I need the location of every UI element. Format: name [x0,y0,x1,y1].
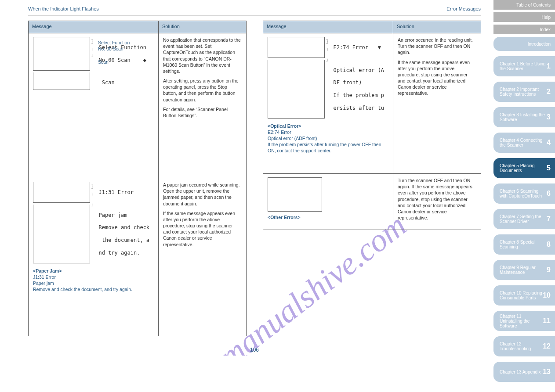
error-table-right: Message Solution E2:74 Error ▼ [263,21,481,230]
tab-ch10[interactable]: Chapter 10 Replacing Consumable Parts10 [493,285,555,306]
table-row: <Other Errors> Turn the scanner OFF and … [263,174,481,230]
header-right: Error Messages [446,6,481,11]
header-left: When the Indicator Light Flashes [28,6,99,11]
solution-text: If the same message appears even after y… [163,210,242,248]
msg-line: J1:31 Error [33,274,154,280]
lcd-line: ersists after tu [334,105,385,111]
tab-ch5-active[interactable]: Chapter 5 Placing Documents5 [493,158,555,178]
page-number: 106 [28,347,481,353]
solution-text: An error occurred in the reading unit. T… [398,37,476,56]
tab-toc[interactable]: Table of Contents [493,0,555,10]
chapter-tabs: Table of Contents Help Index Introductio… [493,0,555,387]
category-label: <Paper Jam> [33,268,154,274]
solution-text: Turn the scanner OFF and then ON again. … [398,177,476,221]
msg-line: Scan [98,59,130,65]
lcd-line: Optical error (A [334,67,385,73]
th-message: Message [29,21,159,33]
msg-line: No. 00 Scan [98,46,130,52]
tab-ch11[interactable]: Chapter 11 Uninstalling the Software11 [493,311,555,331]
lcd-line: DF front) [334,79,362,86]
solution-text: If the same message appears even after y… [398,59,476,97]
msg-line: E2:74 Error [268,129,388,135]
th-message: Message [263,21,393,33]
lcd-line: the document, a [99,237,150,243]
lcd-line: Scan [99,79,115,86]
table-row: Select Function No.00 Scan ◆ Scan ┐┘┐┘ [29,33,247,178]
lcd-line: E2:74 Error ▼ [334,44,381,50]
solution-text: After setting, press any button on the o… [163,78,242,103]
table-row: E2:74 Error ▼ Optical error (A DF front)… [263,33,481,174]
tab-index[interactable]: Index [493,25,555,34]
tab-ch6[interactable]: Chapter 6 Scanning with CaptureOnTouch6 [493,183,555,204]
lcd-line: Remove and check [99,224,150,230]
category-label: <Optical Error> [268,123,388,129]
tab-ch2[interactable]: Chapter 2 Important Safety Instructions2 [493,82,555,102]
table-row: J1:31 Error Paper jam Remove and check t… [29,178,247,336]
solution-ref: For details, see “Scanner Panel Button S… [163,106,242,119]
category-label: <Other Errors> [268,214,388,220]
msg-line: Remove and check the document, and try a… [33,286,154,292]
th-solution: Solution [159,21,247,33]
th-solution: Solution [393,21,481,33]
msg-line: Paper jam [33,280,154,286]
lcd-line: J1:31 Error [99,189,134,195]
lcd-line: Paper jam [99,212,127,218]
msg-line: Select Function [98,40,130,46]
page-header: When the Indicator Light Flashes Error M… [28,0,481,15]
tab-ch7[interactable]: Chapter 7 Setting the Scanner Driver7 [493,209,555,229]
msg-line: If the problem persists after turning th… [268,141,388,154]
tab-ch4[interactable]: Chapter 4 Connecting the Scanner4 [493,133,555,153]
tab-ch1[interactable]: Chapter 1 Before Using the Scanner1 [493,56,555,76]
lcd-placeholder [268,177,322,212]
tab-help[interactable]: Help [493,12,555,22]
solution-text: A paper jam occurred while scanning. Ope… [163,182,242,207]
tab-ch13[interactable]: Chapter 13 Appendix13 [493,362,555,382]
msg-line: Optical error (ADF front) [268,135,388,141]
lcd-line: If the problem p [334,92,385,98]
error-table-left: Message Solution Select Function [28,21,247,336]
tab-ch12[interactable]: Chapter 12 Troubleshooting12 [493,336,555,356]
tab-ch3[interactable]: Chapter 3 Installing the Software3 [493,107,555,127]
tab-ch8[interactable]: Chapter 8 Special Scanning8 [493,234,555,255]
tab-intro[interactable]: Introduction [493,37,555,51]
solution-text: No application that corresponds to the e… [163,37,242,74]
lcd-line: nd try again. [99,250,140,256]
tab-ch9[interactable]: Chapter 9 Regular Maintenance9 [493,260,555,280]
